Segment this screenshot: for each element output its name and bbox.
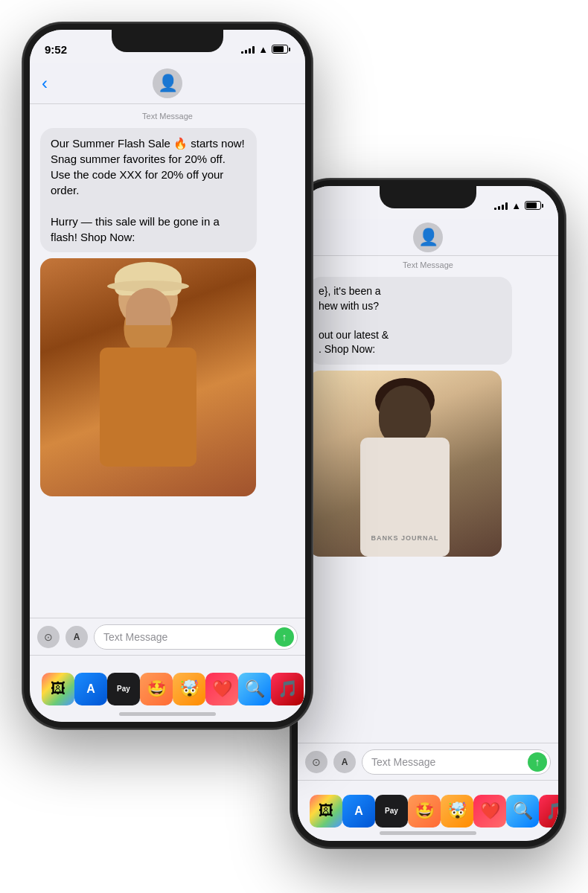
- appstore-icon: A: [86, 682, 95, 696]
- send-button-2[interactable]: ↑: [528, 752, 547, 772]
- avatar-2[interactable]: 👤: [413, 223, 443, 252]
- appstore-app-2[interactable]: A: [342, 795, 375, 828]
- message-bubble-1: Our Summer Flash Sale 🔥 starts now! Snag…: [40, 128, 257, 252]
- status-time: 9:52: [45, 43, 67, 56]
- applepay-icon: Pay: [117, 685, 130, 693]
- battery-icon: [272, 45, 290, 54]
- text-input-wrapper: Text Message ↑: [94, 624, 298, 650]
- emoji1-app[interactable]: 🤩: [140, 673, 173, 705]
- emoji1-app-2[interactable]: 🤩: [408, 795, 441, 828]
- home-indicator-2: [380, 831, 476, 835]
- photos-app[interactable]: 🖼: [42, 673, 74, 705]
- nav-bar-2: 👤: [298, 219, 558, 256]
- notch-1: [112, 30, 223, 52]
- avatar-icon-2: 👤: [418, 228, 438, 247]
- camera-button-2[interactable]: ⊙: [305, 751, 327, 773]
- phone-2: ▲ 👤 Text Message: [290, 179, 566, 848]
- message-label-2: Text Message: [308, 260, 548, 269]
- emoji2-icon: 🤯: [179, 679, 199, 699]
- input-bar-2: ⊙ A Text Message ↑: [298, 743, 558, 780]
- emoji1-icon: 🤩: [147, 679, 167, 699]
- input-placeholder-1: Text Message: [103, 631, 167, 643]
- message-label-1: Text Message: [40, 112, 295, 121]
- text-input-2[interactable]: Text Message ↑: [362, 749, 551, 775]
- apps-button[interactable]: A: [65, 626, 88, 648]
- input-bar-1: ⊙ A Text Message ↑: [30, 618, 305, 655]
- camera-icon: ⊙: [44, 631, 53, 643]
- signal-icon: [241, 45, 255, 54]
- body-shape-2: BANKS JOURNAL: [360, 438, 450, 557]
- apps-icon: A: [74, 632, 80, 642]
- product-image-1: [40, 258, 256, 496]
- heart-app-2[interactable]: ❤️: [473, 795, 506, 828]
- music-app-2[interactable]: 🎵: [539, 795, 558, 828]
- head-shape: [124, 299, 173, 355]
- message-bubble-2: e}, it's been ahew with us? out our late…: [308, 277, 512, 365]
- shirt-text: BANKS JOURNAL: [371, 534, 438, 542]
- text-input-wrapper-2: Text Message ↑: [362, 749, 551, 775]
- heart-icon: ❤️: [212, 679, 232, 699]
- notch-2: [380, 186, 476, 208]
- music-icon: 🎵: [278, 679, 298, 699]
- phone-2-screen: ▲ 👤 Text Message: [298, 186, 558, 841]
- avatar-icon: 👤: [158, 74, 178, 93]
- messages-area-1: Text Message Our Summer Flash Sale 🔥 sta…: [30, 104, 305, 606]
- signal-icon-2: [494, 201, 508, 210]
- music-app[interactable]: 🎵: [271, 673, 304, 705]
- hat-brim-shape: [107, 281, 189, 292]
- applepay-app-2[interactable]: Pay: [375, 795, 408, 828]
- status-icons: ▲: [241, 44, 290, 55]
- back-button[interactable]: ‹: [42, 73, 48, 94]
- home-indicator-1: [119, 712, 216, 716]
- send-button-1[interactable]: ↑: [275, 627, 294, 647]
- photos-icon-2: 🖼: [319, 802, 333, 819]
- photos-icon: 🖼: [51, 680, 65, 697]
- emoji1-icon-2: 🤩: [415, 801, 435, 821]
- camera-button[interactable]: ⊙: [37, 626, 60, 648]
- input-placeholder-2: Text Message: [371, 756, 435, 768]
- send-icon-2: ↑: [535, 756, 540, 768]
- head-shape-2: [379, 385, 431, 445]
- heart-icon-2: ❤️: [480, 801, 500, 821]
- heart-app[interactable]: ❤️: [205, 673, 238, 705]
- applepay-icon-2: Pay: [385, 807, 398, 815]
- emoji2-app-2[interactable]: 🤯: [441, 795, 473, 828]
- send-icon: ↑: [282, 631, 287, 643]
- text-input-1[interactable]: Text Message ↑: [94, 624, 298, 650]
- emoji2-icon-2: 🤯: [447, 801, 467, 821]
- phone-1: 9:52 ▲: [22, 22, 313, 729]
- camera-icon-2: ⊙: [312, 756, 321, 768]
- wifi-icon: ▲: [258, 44, 268, 55]
- apps-icon-2: A: [342, 757, 348, 767]
- battery-icon-2: [525, 201, 543, 210]
- phone-1-screen: 9:52 ▲: [30, 30, 305, 722]
- globe-app-2[interactable]: 🔍: [506, 795, 539, 828]
- wifi-icon-2: ▲: [511, 200, 521, 211]
- nav-bar-1: ‹ 👤: [30, 63, 305, 104]
- music-icon-2: 🎵: [546, 801, 559, 821]
- avatar-1[interactable]: 👤: [153, 68, 182, 98]
- photos-app-2[interactable]: 🖼: [310, 795, 342, 828]
- emoji2-app[interactable]: 🤯: [173, 673, 205, 705]
- globe-app[interactable]: 🔍: [238, 673, 271, 705]
- applepay-app[interactable]: Pay: [107, 673, 140, 705]
- apps-button-2[interactable]: A: [333, 751, 356, 773]
- globe-icon: 🔍: [245, 679, 265, 699]
- messages-area-2: Text Message e}, it's been ahew with us?…: [298, 253, 558, 733]
- shirt-shape: [100, 348, 196, 467]
- appstore-app[interactable]: A: [74, 673, 107, 705]
- product-image-2: BANKS JOURNAL: [308, 371, 502, 557]
- globe-icon-2: 🔍: [513, 801, 533, 821]
- appstore-icon-2: A: [354, 804, 363, 818]
- status-icons-2: ▲: [494, 200, 543, 211]
